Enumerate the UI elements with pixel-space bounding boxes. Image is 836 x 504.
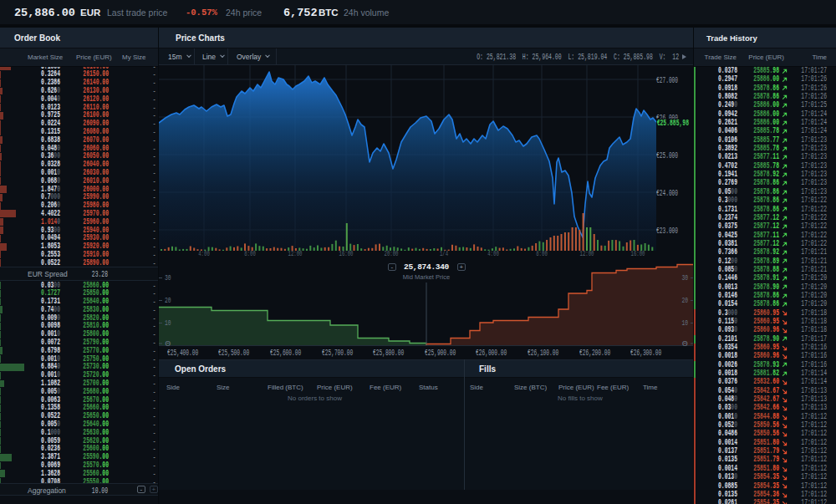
svg-text:0: 0	[165, 340, 171, 349]
svg-text:30: 30	[165, 274, 171, 283]
svg-text:30: 30	[681, 274, 688, 283]
svg-text:10: 10	[681, 319, 688, 328]
svg-text:20: 20	[681, 297, 688, 305]
svg-text:10: 10	[165, 319, 171, 328]
svg-text:20: 20	[165, 297, 171, 305]
svg-text:0: 0	[681, 340, 688, 349]
